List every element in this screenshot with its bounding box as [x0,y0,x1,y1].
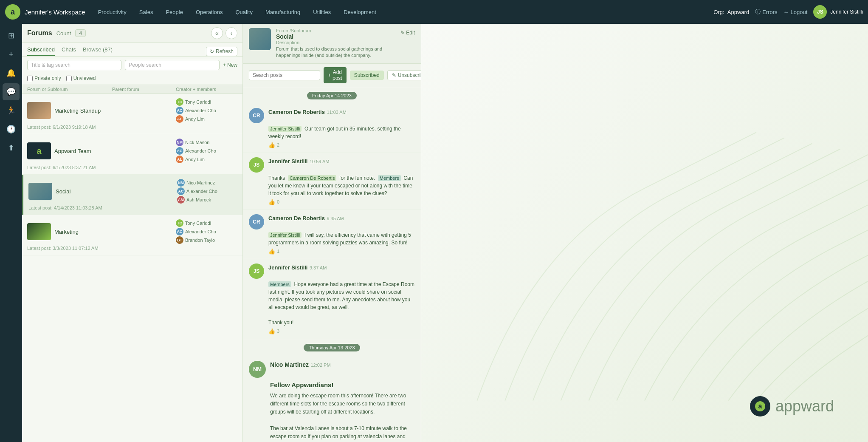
nav-development[interactable]: Development [338,6,382,18]
unviewed-filter[interactable]: Unviewed [66,75,96,81]
post-body: Members Hope everyone had a great time a… [268,280,415,326]
member-avatar: AC [177,187,185,195]
chat-icon-btn[interactable]: 💬 [3,83,20,100]
members-cell: NM Nico Martinez AC Alexander Cho AM Ash… [177,179,242,204]
forum-list: Marketing Standup TC Tony Cariddi AC Ale… [22,94,242,442]
post-item: JS Jennifer Sistilli 9:37 AM Members Hop… [243,259,421,339]
nav-sales[interactable]: Sales [133,6,159,18]
user-profile[interactable]: JS Jennifer Sistilli [813,5,863,19]
thumbs-up-icon[interactable]: 👍 [268,199,275,205]
right-area: a appward [421,24,868,442]
forum-thumb-marketing [27,223,51,240]
forum-item-marketing-standup[interactable]: Marketing Standup TC Tony Cariddi AC Ale… [22,94,242,134]
like-count: 1 [277,249,279,254]
errors-button[interactable]: ⓘ Errors [755,8,777,16]
th-forum: Forum or Subforum [27,87,112,92]
main-layout: ⊞ + 🔔 💬 🏃 🕐 ⬆ Forums Count 4 « ‹ Subscri… [0,24,868,442]
appward-icon-svg: a [754,400,767,413]
forum-name-cell: a Appward Team [27,142,112,159]
prev-button[interactable]: ‹ [225,27,237,39]
wave-decoration [421,24,868,442]
member-row: TC Tony Cariddi [176,98,242,106]
member-avatar: NM [176,139,183,146]
private-only-filter[interactable]: Private only [27,75,61,81]
bell-icon-btn[interactable]: 🔔 [3,65,20,82]
member-avatar: AM [177,196,185,204]
thumbs-up-icon[interactable]: 👍 [268,142,275,148]
forum-item-marketing[interactable]: Marketing TC Tony Cariddi AC Alexander C… [22,215,242,255]
post-item: CR Cameron De Robertis 11:03 AM Jennifer… [243,104,421,153]
post-avatar: CR [249,108,264,123]
appward-logo-icon: a [750,396,770,416]
member-row: BT Brandon Taylo [176,236,242,244]
unviewed-checkbox[interactable] [66,76,72,81]
mention-members: Members [378,175,401,181]
nav-quality[interactable]: Quality [229,6,258,18]
refresh-button[interactable]: ↻ Refresh [206,47,237,56]
forums-title: Forums [27,29,52,37]
prev-prev-button[interactable]: « [211,27,223,39]
logo-area: a Jennifer's Workspace [5,4,85,20]
tab-browse[interactable]: Browse (87) [83,46,113,56]
person-run-icon-btn[interactable]: 🏃 [3,102,20,119]
workspace-name: Jennifer's Workspace [25,8,85,16]
forums-panel: Forums Count 4 « ‹ Subscribed Chats Brow… [22,24,243,442]
post-author: Cameron De Robertis [268,109,325,115]
member-row: AL Andy Lim [176,115,242,123]
plus-icon-btn[interactable]: + [3,46,20,63]
post-avatar: JS [249,157,264,173]
tab-chats[interactable]: Chats [62,46,76,56]
forum-item-social[interactable]: Social NM Nico Martinez AC Alexander Cho [22,175,242,215]
org-name: Appward [727,9,749,15]
unsubscribe-button[interactable]: ✎ Unsubscribe [387,70,421,80]
nav-operations[interactable]: Operations [190,6,229,18]
upload-icon-btn[interactable]: ⬆ [3,139,20,156]
big-post-author: Nico Martinez [270,361,309,368]
forum-item-appward-team[interactable]: a Appward Team NM Nick Mason AC Alexande… [22,134,242,175]
unsubscribe-icon: ✎ [392,72,396,78]
new-forum-button[interactable]: + New [223,62,237,68]
like-count: 2 [277,142,279,147]
add-post-button[interactable]: + Add post [324,67,347,83]
tab-subscribed[interactable]: Subscribed [27,46,55,56]
like-row: 👍 2 [268,142,415,148]
table-header: Forum or Subforum Parent forum Creator +… [22,85,242,94]
detail-header: Forum/Subforum Social Description Forum … [243,24,421,64]
date-badge: Thursday Apr 13 2023 [304,344,360,351]
post-meta: Cameron De Robertis 11:03 AM [268,108,415,116]
date-badge: Friday Apr 14 2023 [307,92,357,99]
forum-name: Marketing Standup [54,108,101,114]
people-search-input[interactable] [125,60,219,70]
forum-thumb-social [28,183,52,200]
thumbs-up-icon[interactable]: 👍 [268,248,275,255]
forum-name-cell: Marketing [27,223,112,240]
private-only-checkbox[interactable] [27,76,33,81]
count-label: Count [56,30,71,37]
tag-search-input[interactable] [27,60,121,70]
nav-people[interactable]: People [160,6,189,18]
post-controls: + Add post Subscribed ✎ Unsubscribe [243,64,421,87]
grid-icon-btn[interactable]: ⊞ [3,27,20,44]
logout-button[interactable]: ← Logout [783,9,808,15]
forum-thumb-appward-team: a [27,142,51,159]
nav-utilities[interactable]: Utilities [307,6,337,18]
side-icons: ⊞ + 🔔 💬 🏃 🕐 ⬆ [0,24,22,442]
members-cell: TC Tony Cariddi AC Alexander Cho BT Bran… [176,219,242,244]
clock-icon-btn[interactable]: 🕐 [3,121,20,138]
nav-manufacturing[interactable]: Manufacturing [259,6,306,18]
posts-feed: Friday Apr 14 2023 CR Cameron De Roberti… [243,87,421,442]
forums-tabs: Subscribed Chats Browse (87) ↻ Refresh [22,43,242,57]
search-posts-input[interactable] [249,70,320,80]
nav-productivity[interactable]: Productivity [92,6,132,18]
post-meta: Jennifer Sistilli 9:37 AM [268,264,415,271]
member-row: TC Tony Cariddi [176,219,242,227]
latest-post: Latest post: 6/1/2023 8:37:21 AM [27,165,237,170]
post-author: Cameron De Robertis [268,215,325,221]
detail-meta: Forum/Subforum Social Description Forum … [276,28,395,59]
forum-thumb-marketing-standup [27,102,51,119]
forum-name: Appward Team [54,148,91,154]
member-avatar: AC [176,147,183,155]
post-author: Jennifer Sistilli [268,264,307,271]
thumbs-up-icon[interactable]: 👍 [268,328,275,334]
edit-button[interactable]: ✎ Edit [400,30,415,36]
